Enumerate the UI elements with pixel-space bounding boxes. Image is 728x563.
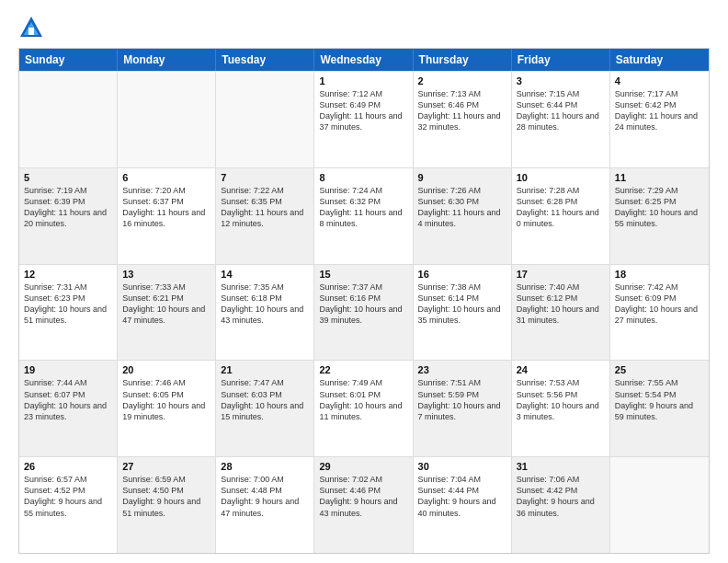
cal-cell: 1Sunrise: 7:12 AM Sunset: 6:49 PM Daylig… xyxy=(314,72,413,167)
logo xyxy=(18,15,48,40)
cell-text: Sunrise: 7:42 AM Sunset: 6:09 PM Dayligh… xyxy=(615,282,704,327)
day-number: 27 xyxy=(122,461,210,472)
cal-cell xyxy=(216,72,314,167)
day-number: 17 xyxy=(517,269,605,280)
cell-text: Sunrise: 7:33 AM Sunset: 6:21 PM Dayligh… xyxy=(122,282,210,327)
cal-cell: 8Sunrise: 7:24 AM Sunset: 6:32 PM Daylig… xyxy=(314,168,413,264)
day-number: 28 xyxy=(221,461,309,472)
cell-text: Sunrise: 7:15 AM Sunset: 6:44 PM Dayligh… xyxy=(517,88,605,133)
cal-cell: 16Sunrise: 7:38 AM Sunset: 6:14 PM Dayli… xyxy=(414,265,512,361)
cell-text: Sunrise: 7:31 AM Sunset: 6:23 PM Dayligh… xyxy=(24,282,112,327)
cal-cell: 26Sunrise: 6:57 AM Sunset: 4:52 PM Dayli… xyxy=(19,457,118,553)
day-of-week-wednesday: Wednesday xyxy=(314,49,413,71)
cal-cell: 17Sunrise: 7:40 AM Sunset: 6:12 PM Dayli… xyxy=(512,265,610,361)
cell-text: Sunrise: 6:57 AM Sunset: 4:52 PM Dayligh… xyxy=(24,474,112,519)
day-number: 18 xyxy=(615,269,704,280)
week-row-4: 26Sunrise: 6:57 AM Sunset: 4:52 PM Dayli… xyxy=(19,456,709,553)
day-number: 3 xyxy=(517,75,605,86)
day-number: 21 xyxy=(221,364,309,375)
cell-text: Sunrise: 6:59 AM Sunset: 4:50 PM Dayligh… xyxy=(122,474,210,519)
day-of-week-friday: Friday xyxy=(512,49,610,71)
day-of-week-saturday: Saturday xyxy=(610,49,709,71)
day-number: 22 xyxy=(319,364,407,375)
cal-cell: 29Sunrise: 7:02 AM Sunset: 4:46 PM Dayli… xyxy=(314,457,413,553)
cal-cell: 23Sunrise: 7:51 AM Sunset: 5:59 PM Dayli… xyxy=(414,361,512,456)
day-of-week-monday: Monday xyxy=(118,49,216,71)
cell-text: Sunrise: 7:00 AM Sunset: 4:48 PM Dayligh… xyxy=(221,474,309,519)
day-of-week-sunday: Sunday xyxy=(19,49,118,71)
day-number: 11 xyxy=(615,172,704,183)
week-row-2: 12Sunrise: 7:31 AM Sunset: 6:23 PM Dayli… xyxy=(19,264,709,361)
cal-cell: 11Sunrise: 7:29 AM Sunset: 6:25 PM Dayli… xyxy=(610,168,709,264)
cell-text: Sunrise: 7:12 AM Sunset: 6:49 PM Dayligh… xyxy=(319,88,407,133)
cell-text: Sunrise: 7:55 AM Sunset: 5:54 PM Dayligh… xyxy=(615,377,704,422)
cell-text: Sunrise: 7:29 AM Sunset: 6:25 PM Dayligh… xyxy=(615,185,704,230)
day-of-week-thursday: Thursday xyxy=(414,49,512,71)
cell-text: Sunrise: 7:19 AM Sunset: 6:39 PM Dayligh… xyxy=(24,185,112,230)
cell-text: Sunrise: 7:02 AM Sunset: 4:46 PM Dayligh… xyxy=(319,474,407,519)
cal-cell: 3Sunrise: 7:15 AM Sunset: 6:44 PM Daylig… xyxy=(512,72,610,167)
cal-cell: 12Sunrise: 7:31 AM Sunset: 6:23 PM Dayli… xyxy=(19,265,118,361)
logo-icon xyxy=(18,15,44,40)
day-number: 10 xyxy=(517,172,605,183)
day-number: 16 xyxy=(418,269,506,280)
day-number: 15 xyxy=(319,269,407,280)
day-number: 30 xyxy=(418,461,506,472)
cell-text: Sunrise: 7:49 AM Sunset: 6:01 PM Dayligh… xyxy=(319,377,407,422)
cell-text: Sunrise: 7:17 AM Sunset: 6:42 PM Dayligh… xyxy=(615,88,704,133)
cal-cell: 14Sunrise: 7:35 AM Sunset: 6:18 PM Dayli… xyxy=(216,265,314,361)
cell-text: Sunrise: 7:46 AM Sunset: 6:05 PM Dayligh… xyxy=(122,377,210,422)
cal-cell: 30Sunrise: 7:04 AM Sunset: 4:44 PM Dayli… xyxy=(414,457,512,553)
calendar-header: SundayMondayTuesdayWednesdayThursdayFrid… xyxy=(19,49,709,71)
cell-text: Sunrise: 7:22 AM Sunset: 6:35 PM Dayligh… xyxy=(221,185,309,230)
cal-cell: 5Sunrise: 7:19 AM Sunset: 6:39 PM Daylig… xyxy=(19,168,118,264)
day-number: 7 xyxy=(221,172,309,183)
cal-cell: 31Sunrise: 7:06 AM Sunset: 4:42 PM Dayli… xyxy=(512,457,610,553)
cell-text: Sunrise: 7:51 AM Sunset: 5:59 PM Dayligh… xyxy=(418,377,506,422)
cell-text: Sunrise: 7:38 AM Sunset: 6:14 PM Dayligh… xyxy=(418,282,506,327)
cal-cell: 25Sunrise: 7:55 AM Sunset: 5:54 PM Dayli… xyxy=(610,361,709,456)
cell-text: Sunrise: 7:28 AM Sunset: 6:28 PM Dayligh… xyxy=(517,185,605,230)
cell-text: Sunrise: 7:20 AM Sunset: 6:37 PM Dayligh… xyxy=(122,185,210,230)
cell-text: Sunrise: 7:06 AM Sunset: 4:42 PM Dayligh… xyxy=(517,474,605,519)
cal-cell: 7Sunrise: 7:22 AM Sunset: 6:35 PM Daylig… xyxy=(216,168,314,264)
day-number: 6 xyxy=(122,172,210,183)
page: SundayMondayTuesdayWednesdayThursdayFrid… xyxy=(0,0,728,563)
cell-text: Sunrise: 7:47 AM Sunset: 6:03 PM Dayligh… xyxy=(221,377,309,422)
cell-text: Sunrise: 7:04 AM Sunset: 4:44 PM Dayligh… xyxy=(418,474,506,519)
day-of-week-tuesday: Tuesday xyxy=(216,49,314,71)
cal-cell: 9Sunrise: 7:26 AM Sunset: 6:30 PM Daylig… xyxy=(414,168,512,264)
svg-rect-2 xyxy=(28,28,34,35)
calendar-body: 1Sunrise: 7:12 AM Sunset: 6:49 PM Daylig… xyxy=(19,71,709,553)
day-number: 12 xyxy=(24,269,112,280)
cell-text: Sunrise: 7:37 AM Sunset: 6:16 PM Dayligh… xyxy=(319,282,407,327)
cal-cell: 21Sunrise: 7:47 AM Sunset: 6:03 PM Dayli… xyxy=(216,361,314,456)
cell-text: Sunrise: 7:53 AM Sunset: 5:56 PM Dayligh… xyxy=(517,377,605,422)
cell-text: Sunrise: 7:13 AM Sunset: 6:46 PM Dayligh… xyxy=(418,88,506,133)
cal-cell: 6Sunrise: 7:20 AM Sunset: 6:37 PM Daylig… xyxy=(118,168,216,264)
day-number: 25 xyxy=(615,364,704,375)
week-row-1: 5Sunrise: 7:19 AM Sunset: 6:39 PM Daylig… xyxy=(19,167,709,264)
day-number: 26 xyxy=(24,461,112,472)
cal-cell: 22Sunrise: 7:49 AM Sunset: 6:01 PM Dayli… xyxy=(314,361,413,456)
calendar: SundayMondayTuesdayWednesdayThursdayFrid… xyxy=(18,48,710,554)
day-number: 23 xyxy=(418,364,506,375)
cell-text: Sunrise: 7:26 AM Sunset: 6:30 PM Dayligh… xyxy=(418,185,506,230)
cal-cell: 24Sunrise: 7:53 AM Sunset: 5:56 PM Dayli… xyxy=(512,361,610,456)
cell-text: Sunrise: 7:35 AM Sunset: 6:18 PM Dayligh… xyxy=(221,282,309,327)
cal-cell: 4Sunrise: 7:17 AM Sunset: 6:42 PM Daylig… xyxy=(610,72,709,167)
cal-cell xyxy=(118,72,216,167)
day-number: 1 xyxy=(319,75,407,86)
cal-cell: 20Sunrise: 7:46 AM Sunset: 6:05 PM Dayli… xyxy=(118,361,216,456)
day-number: 8 xyxy=(319,172,407,183)
day-number: 14 xyxy=(221,269,309,280)
cal-cell: 2Sunrise: 7:13 AM Sunset: 6:46 PM Daylig… xyxy=(414,72,512,167)
week-row-0: 1Sunrise: 7:12 AM Sunset: 6:49 PM Daylig… xyxy=(19,71,709,167)
week-row-3: 19Sunrise: 7:44 AM Sunset: 6:07 PM Dayli… xyxy=(19,360,709,456)
cell-text: Sunrise: 7:40 AM Sunset: 6:12 PM Dayligh… xyxy=(517,282,605,327)
cal-cell: 27Sunrise: 6:59 AM Sunset: 4:50 PM Dayli… xyxy=(118,457,216,553)
cal-cell: 28Sunrise: 7:00 AM Sunset: 4:48 PM Dayli… xyxy=(216,457,314,553)
cell-text: Sunrise: 7:44 AM Sunset: 6:07 PM Dayligh… xyxy=(24,377,112,422)
cal-cell: 15Sunrise: 7:37 AM Sunset: 6:16 PM Dayli… xyxy=(314,265,413,361)
cal-cell: 18Sunrise: 7:42 AM Sunset: 6:09 PM Dayli… xyxy=(610,265,709,361)
